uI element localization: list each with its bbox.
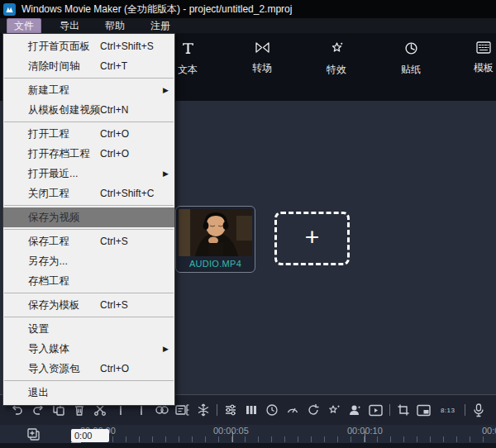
- menubar-item-file[interactable]: 文件: [7, 18, 41, 34]
- title-bar: Windows Movie Maker (全功能版本) - project/un…: [0, 0, 496, 18]
- crop-icon[interactable]: [396, 403, 411, 417]
- menubar-item-register[interactable]: 注册: [143, 18, 178, 34]
- menu-item-save-project[interactable]: 保存工程Ctrl+S: [3, 231, 174, 251]
- toolbar-divider: [465, 404, 465, 416]
- speed-icon[interactable]: [285, 403, 300, 417]
- submenu-arrow-icon: ▶: [163, 86, 169, 94]
- menu-item-exit[interactable]: 退出: [3, 383, 174, 403]
- template-icon: [476, 41, 491, 54]
- menu-separator: [4, 78, 174, 79]
- menu-item-save-as-template[interactable]: 保存为模板Ctrl+S: [3, 295, 174, 315]
- app-logo-icon: [3, 3, 16, 16]
- add-track-icon[interactable]: [26, 427, 41, 441]
- voiceover-mic-icon[interactable]: [471, 403, 486, 417]
- shortcut-label: Ctrl+S: [100, 236, 128, 247]
- tab-label: 转场: [252, 61, 272, 75]
- preview-icon[interactable]: [369, 403, 384, 417]
- menu-item-new-project[interactable]: 新建工程▶: [3, 80, 174, 100]
- menubar-item-export[interactable]: 导出: [52, 18, 87, 34]
- menu-item-archive-project[interactable]: 存档工程: [3, 271, 174, 291]
- media-clip-audio-mp4[interactable]: AUDIO.MP4: [175, 206, 255, 273]
- aspect-ratio-label: 8:13: [441, 407, 455, 414]
- shortcut-label: Ctrl+O: [100, 363, 129, 374]
- menu-bar: 文件 导出 帮助 注册: [0, 18, 496, 33]
- freeze-frame-icon[interactable]: [196, 403, 211, 417]
- menu-separator: [4, 205, 174, 206]
- tab-label: 模板: [474, 61, 494, 75]
- portrait-icon[interactable]: [348, 403, 363, 417]
- shortcut-label: Ctrl+N: [100, 104, 128, 116]
- menubar-item-help[interactable]: 帮助: [98, 18, 132, 34]
- shortcut-label: Ctrl+T: [100, 60, 127, 72]
- menu-separator: [4, 229, 174, 230]
- submenu-arrow-icon: ▶: [163, 345, 169, 353]
- sticker-icon: [404, 41, 418, 55]
- duration-icon[interactable]: [265, 403, 279, 417]
- tab-label: 文本: [178, 63, 198, 77]
- playhead-time-badge[interactable]: 0:00: [71, 429, 109, 442]
- plus-icon: +: [305, 225, 320, 250]
- window-title: Windows Movie Maker (全功能版本) - project/un…: [21, 2, 292, 17]
- menu-item-create-video-from-template[interactable]: 从模板创建视频Ctrl+N: [3, 100, 174, 120]
- menu-item-settings[interactable]: 设置: [3, 319, 174, 339]
- shortcut-label: Ctrl+O: [100, 148, 129, 160]
- ruler-major-ticks: [100, 431, 496, 442]
- track-area-edge: [0, 443, 496, 448]
- clip-thumbnail: [179, 209, 252, 256]
- shortcut-label: Ctrl+O: [100, 128, 129, 140]
- tab-transition[interactable]: 转场: [237, 41, 287, 75]
- text-icon: [181, 41, 195, 55]
- menu-item-clear-timeline[interactable]: 清除时间轴Ctrl+T: [3, 56, 174, 76]
- shortcut-label: Ctrl+S: [100, 299, 128, 311]
- clip-filename: AUDIO.MP4: [176, 259, 255, 269]
- shortcut-label: Ctrl+Shift+C: [100, 188, 154, 199]
- shortcut-label: Ctrl+Shift+S: [100, 41, 154, 52]
- effects-icon: [330, 41, 344, 55]
- menu-item-import-media[interactable]: 导入媒体▶: [3, 339, 174, 359]
- transition-icon: [255, 41, 270, 54]
- effect-star-icon[interactable]: [327, 403, 342, 417]
- tab-label: 特效: [327, 63, 346, 77]
- menu-item-close-project[interactable]: 关闭工程Ctrl+Shift+C: [3, 183, 174, 203]
- menu-item-open-project[interactable]: 打开工程Ctrl+O: [3, 124, 174, 144]
- menu-item-save-as[interactable]: 另存为...: [3, 251, 174, 271]
- menu-item-open-home-panel[interactable]: 打开首页面板Ctrl+Shift+S: [3, 36, 174, 56]
- toolbar-divider: [389, 404, 390, 416]
- tracks-icon[interactable]: [244, 403, 259, 417]
- menu-separator: [4, 380, 174, 381]
- tab-sticker[interactable]: 贴纸: [386, 41, 436, 77]
- add-media-dropzone[interactable]: +: [274, 212, 350, 265]
- menu-item-save-as-video[interactable]: 保存为视频: [3, 207, 174, 227]
- menu-separator: [4, 293, 174, 293]
- aspect-ratio-icon[interactable]: 8:13: [437, 403, 459, 417]
- picture-in-picture-icon[interactable]: [417, 403, 432, 417]
- menu-item-open-recent[interactable]: 打开最近...▶: [3, 164, 174, 183]
- tab-label: 贴纸: [401, 63, 421, 77]
- submenu-arrow-icon: ▶: [163, 169, 169, 178]
- menu-separator: [4, 122, 174, 122]
- tab-effects[interactable]: 特效: [312, 41, 361, 77]
- tab-template[interactable]: 模板: [459, 41, 496, 75]
- menu-separator: [4, 317, 174, 317]
- rotate-icon[interactable]: [306, 403, 321, 417]
- subtitle-icon[interactable]: [175, 403, 190, 417]
- adjust-icon[interactable]: [223, 403, 238, 417]
- file-menu-dropdown: 打开首页面板Ctrl+Shift+S 清除时间轴Ctrl+T 新建工程▶ 从模板…: [2, 33, 175, 406]
- menu-item-import-resource-pack[interactable]: 导入资源包Ctrl+O: [3, 359, 174, 379]
- menu-item-open-archived-project[interactable]: 打开存档工程Ctrl+O: [3, 144, 174, 164]
- timeline-ruler[interactable]: 00:00:00 00:00:05 00:00:10 00:00:15 0:00: [0, 425, 496, 443]
- toolbar-divider: [217, 404, 217, 416]
